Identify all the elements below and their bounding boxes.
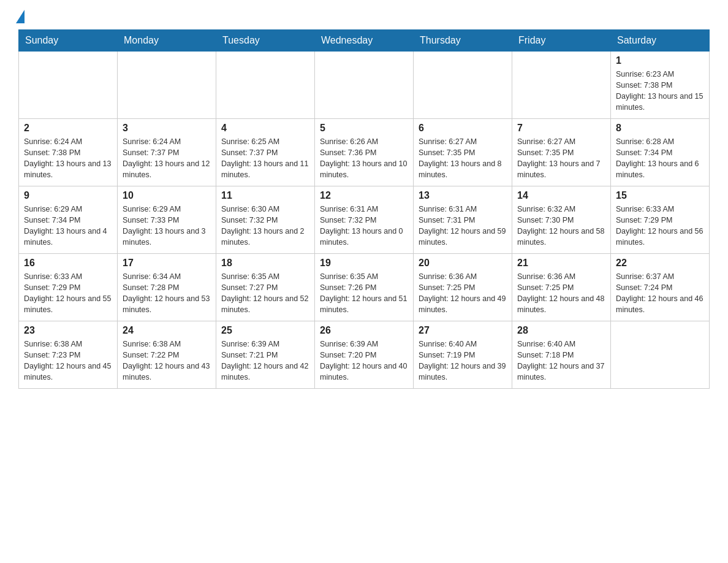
calendar-cell [216,52,315,119]
day-info: Sunrise: 6:37 AM Sunset: 7:24 PM Dayligh… [616,271,704,316]
day-number: 20 [419,258,507,269]
calendar-cell: 26Sunrise: 6:39 AM Sunset: 7:20 PM Dayli… [315,321,414,389]
calendar-cell: 9Sunrise: 6:29 AM Sunset: 7:34 PM Daylig… [19,186,118,254]
day-number: 5 [320,123,408,134]
day-info: Sunrise: 6:36 AM Sunset: 7:25 PM Dayligh… [419,271,507,316]
calendar-cell: 21Sunrise: 6:36 AM Sunset: 7:25 PM Dayli… [512,254,611,321]
day-number: 28 [517,325,605,336]
calendar-cell: 10Sunrise: 6:29 AM Sunset: 7:33 PM Dayli… [118,186,216,254]
calendar-cell: 12Sunrise: 6:31 AM Sunset: 7:32 PM Dayli… [315,186,414,254]
day-info: Sunrise: 6:28 AM Sunset: 7:34 PM Dayligh… [616,136,704,181]
calendar-cell: 11Sunrise: 6:30 AM Sunset: 7:32 PM Dayli… [216,186,315,254]
day-number: 22 [616,258,704,269]
day-info: Sunrise: 6:31 AM Sunset: 7:32 PM Dayligh… [320,204,408,248]
day-info: Sunrise: 6:23 AM Sunset: 7:38 PM Dayligh… [616,69,704,113]
calendar-cell: 20Sunrise: 6:36 AM Sunset: 7:25 PM Dayli… [414,254,512,321]
day-number: 8 [616,123,704,134]
calendar-cell: 13Sunrise: 6:31 AM Sunset: 7:31 PM Dayli… [414,186,512,254]
day-info: Sunrise: 6:40 AM Sunset: 7:19 PM Dayligh… [419,339,507,383]
week-row-1: 1Sunrise: 6:23 AM Sunset: 7:38 PM Daylig… [19,52,710,119]
day-info: Sunrise: 6:25 AM Sunset: 7:37 PM Dayligh… [221,136,309,181]
day-info: Sunrise: 6:33 AM Sunset: 7:29 PM Dayligh… [24,271,112,316]
calendar-cell: 1Sunrise: 6:23 AM Sunset: 7:38 PM Daylig… [611,52,710,119]
day-info: Sunrise: 6:35 AM Sunset: 7:27 PM Dayligh… [221,271,309,316]
day-info: Sunrise: 6:39 AM Sunset: 7:21 PM Dayligh… [221,339,309,383]
day-info: Sunrise: 6:38 AM Sunset: 7:23 PM Dayligh… [24,339,112,383]
day-number: 24 [123,325,211,336]
day-number: 19 [320,258,408,269]
calendar-cell: 23Sunrise: 6:38 AM Sunset: 7:23 PM Dayli… [19,321,118,389]
day-info: Sunrise: 6:36 AM Sunset: 7:25 PM Dayligh… [517,271,605,316]
weekday-header-friday: Friday [512,30,611,52]
day-info: Sunrise: 6:38 AM Sunset: 7:22 PM Dayligh… [123,339,211,383]
calendar-cell: 22Sunrise: 6:37 AM Sunset: 7:24 PM Dayli… [611,254,710,321]
calendar-cell: 7Sunrise: 6:27 AM Sunset: 7:35 PM Daylig… [512,119,611,186]
day-number: 23 [24,325,112,336]
weekday-header-saturday: Saturday [611,30,710,52]
day-number: 27 [419,325,507,336]
day-number: 9 [24,190,112,201]
calendar-cell [19,52,118,119]
day-number: 3 [123,123,211,134]
calendar-cell: 24Sunrise: 6:38 AM Sunset: 7:22 PM Dayli… [118,321,216,389]
day-number: 21 [517,258,605,269]
logo [18,12,25,23]
day-info: Sunrise: 6:29 AM Sunset: 7:33 PM Dayligh… [123,204,211,248]
calendar-cell: 14Sunrise: 6:32 AM Sunset: 7:30 PM Dayli… [512,186,611,254]
day-number: 14 [517,190,605,201]
weekday-header-tuesday: Tuesday [216,30,315,52]
week-row-4: 16Sunrise: 6:33 AM Sunset: 7:29 PM Dayli… [19,254,710,321]
day-number: 11 [221,190,309,201]
calendar-cell: 2Sunrise: 6:24 AM Sunset: 7:38 PM Daylig… [19,119,118,186]
day-info: Sunrise: 6:32 AM Sunset: 7:30 PM Dayligh… [517,204,605,248]
week-row-3: 9Sunrise: 6:29 AM Sunset: 7:34 PM Daylig… [19,186,710,254]
day-info: Sunrise: 6:29 AM Sunset: 7:34 PM Dayligh… [24,204,112,248]
weekday-header-thursday: Thursday [414,30,512,52]
day-info: Sunrise: 6:40 AM Sunset: 7:18 PM Dayligh… [517,339,605,383]
calendar-table: SundayMondayTuesdayWednesdayThursdayFrid… [18,29,710,389]
weekday-header-monday: Monday [118,30,216,52]
day-number: 13 [419,190,507,201]
day-info: Sunrise: 6:34 AM Sunset: 7:28 PM Dayligh… [123,271,211,316]
calendar-cell: 16Sunrise: 6:33 AM Sunset: 7:29 PM Dayli… [19,254,118,321]
calendar-cell: 4Sunrise: 6:25 AM Sunset: 7:37 PM Daylig… [216,119,315,186]
day-number: 6 [419,123,507,134]
day-info: Sunrise: 6:31 AM Sunset: 7:31 PM Dayligh… [419,204,507,248]
day-number: 7 [517,123,605,134]
calendar-cell [414,52,512,119]
day-number: 25 [221,325,309,336]
day-number: 4 [221,123,309,134]
day-info: Sunrise: 6:27 AM Sunset: 7:35 PM Dayligh… [517,136,605,181]
calendar-cell [118,52,216,119]
calendar-cell: 17Sunrise: 6:34 AM Sunset: 7:28 PM Dayli… [118,254,216,321]
day-info: Sunrise: 6:24 AM Sunset: 7:38 PM Dayligh… [24,136,112,181]
day-number: 12 [320,190,408,201]
logo-triangle-icon [16,10,25,23]
day-number: 10 [123,190,211,201]
calendar-cell: 28Sunrise: 6:40 AM Sunset: 7:18 PM Dayli… [512,321,611,389]
calendar-cell [512,52,611,119]
calendar-cell: 15Sunrise: 6:33 AM Sunset: 7:29 PM Dayli… [611,186,710,254]
day-info: Sunrise: 6:24 AM Sunset: 7:37 PM Dayligh… [123,136,211,181]
week-row-2: 2Sunrise: 6:24 AM Sunset: 7:38 PM Daylig… [19,119,710,186]
calendar-cell: 27Sunrise: 6:40 AM Sunset: 7:19 PM Dayli… [414,321,512,389]
day-number: 17 [123,258,211,269]
weekday-header-row: SundayMondayTuesdayWednesdayThursdayFrid… [19,30,710,52]
calendar-cell: 8Sunrise: 6:28 AM Sunset: 7:34 PM Daylig… [611,119,710,186]
day-number: 1 [616,55,704,66]
calendar-cell: 18Sunrise: 6:35 AM Sunset: 7:27 PM Dayli… [216,254,315,321]
day-number: 16 [24,258,112,269]
day-info: Sunrise: 6:35 AM Sunset: 7:26 PM Dayligh… [320,271,408,316]
day-info: Sunrise: 6:30 AM Sunset: 7:32 PM Dayligh… [221,204,309,248]
calendar-cell: 3Sunrise: 6:24 AM Sunset: 7:37 PM Daylig… [118,119,216,186]
day-number: 26 [320,325,408,336]
calendar-cell: 25Sunrise: 6:39 AM Sunset: 7:21 PM Dayli… [216,321,315,389]
weekday-header-wednesday: Wednesday [315,30,414,52]
calendar-cell: 19Sunrise: 6:35 AM Sunset: 7:26 PM Dayli… [315,254,414,321]
weekday-header-sunday: Sunday [19,30,118,52]
day-info: Sunrise: 6:39 AM Sunset: 7:20 PM Dayligh… [320,339,408,383]
day-info: Sunrise: 6:27 AM Sunset: 7:35 PM Dayligh… [419,136,507,181]
day-number: 15 [616,190,704,201]
calendar-cell [611,321,710,389]
day-info: Sunrise: 6:26 AM Sunset: 7:36 PM Dayligh… [320,136,408,181]
